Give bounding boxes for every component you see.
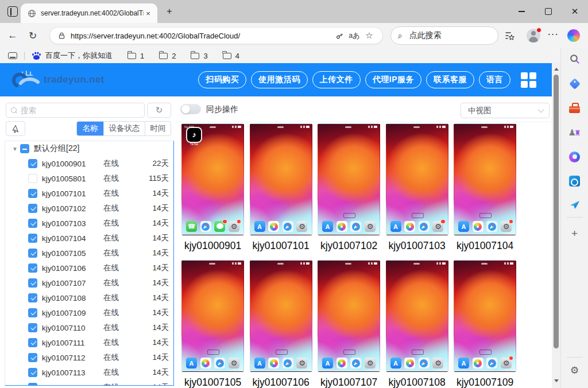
rail-drop-icon[interactable] [566,196,583,214]
device-row[interactable]: kjy01000901 在线 22天 [5,156,173,171]
phone-screen[interactable]: ♪ [386,260,448,372]
device-checkbox[interactable] [28,353,37,362]
browser-tab[interactable]: server.tradeyun.net:4002/GlobalTr × [21,3,157,23]
device-row[interactable]: kjy01007104 在线 14天 [5,231,173,246]
tab-device-status[interactable]: 设备状态 [103,122,145,135]
back-icon[interactable]: ← [6,30,20,41]
phone-tile[interactable]: ♪ kjy01007102 [318,123,380,251]
device-row[interactable]: kjy01007113 在线 14天 [5,365,173,380]
device-row[interactable]: kjy01007101 在线 14天 [5,186,173,201]
device-checkbox[interactable] [28,368,37,377]
phone-screen[interactable]: ♪ [318,260,380,372]
more-menu-icon[interactable]: ··· [547,30,560,38]
scan-to-buy-button[interactable]: 扫码购买 [198,71,246,88]
refresh-icon[interactable]: ↻ [26,30,40,42]
window-close-button[interactable]: ✕ [562,0,588,23]
new-tab-button[interactable]: + [164,6,175,17]
bookmark-baidu[interactable]: 百度一下，你就知道 [45,51,113,61]
window-maximize-button[interactable] [535,0,562,23]
device-checkbox[interactable] [28,234,37,243]
device-row[interactable]: kjy01007114 在线 14天 [5,380,173,386]
password-key-icon[interactable] [332,32,347,40]
translate-icon[interactable]: aあ [347,31,362,41]
device-search-field[interactable] [6,103,145,118]
device-checkbox[interactable] [28,263,37,273]
phone-tile[interactable]: ♪ kjy01007101 [250,123,312,251]
collapse-arrow-icon[interactable]: ▼ [12,146,20,152]
device-checkbox[interactable] [28,278,37,288]
device-checkbox[interactable] [28,159,37,168]
device-row[interactable]: kjy01007105 在线 14天 [5,246,173,261]
refresh-devices-button[interactable]: ↻ [147,103,171,118]
window-minimize-button[interactable] [508,0,535,23]
tab-close-icon[interactable]: × [144,9,153,18]
phone-tile[interactable]: ♪ kjy01007108 [386,260,448,388]
phone-screen[interactable]: ♪ [250,123,312,235]
phone-tile[interactable]: ♪ kjy01007107 [318,260,380,388]
rail-microsoft-365-icon[interactable] [566,148,583,165]
page-scrollbar[interactable] [552,63,560,388]
search-box[interactable]: ⌕ 点此搜索 [390,26,498,45]
device-checkbox[interactable] [28,219,37,228]
device-checkbox[interactable] [28,338,37,347]
phone-tile[interactable]: ♪ kjy01007106 [250,260,312,388]
phone-tile[interactable]: ♪ kjy01007103 [386,123,448,251]
device-row[interactable]: kjy01007110 在线 14天 [5,320,173,335]
phone-tile[interactable]: ♪ kjy01007104 [454,123,516,251]
rail-add-icon[interactable]: + [566,225,583,242]
rail-search-icon[interactable] [566,51,583,68]
device-row[interactable]: kjy01007106 在线 14天 [5,261,173,276]
device-checkbox[interactable] [28,249,37,258]
scroll-up-icon[interactable] [554,68,559,71]
apps-grid-icon[interactable] [521,72,536,88]
address-bar[interactable]: https://server.tradeyun.net:4002/GlobalT… [49,27,383,44]
phone-tile[interactable]: ♪ kjy01007105 [181,260,244,388]
device-checkbox[interactable] [28,323,37,332]
search-input[interactable] [21,106,140,115]
tab-time[interactable]: 时间 [145,122,171,135]
rail-settings-icon[interactable]: ⚙ [566,362,583,379]
device-checkbox[interactable] [28,204,37,213]
device-checkbox[interactable] [28,174,37,183]
favorites-collections-icon[interactable] [504,30,518,41]
device-row[interactable]: kjy01007111 在线 14天 [5,335,173,350]
device-checkbox[interactable] [28,383,37,386]
use-activation-code-button[interactable]: 使用激活码 [251,71,308,88]
rail-tools-icon[interactable] [566,99,583,117]
device-row[interactable]: kjy01007109 在线 14天 [5,305,173,320]
phone-screen[interactable]: No SIM ♪ TikTok [181,123,244,235]
phone-screen[interactable]: ♪ [181,260,244,372]
device-checkbox[interactable] [28,189,37,198]
device-row[interactable]: kjy01007108 在线 14天 [5,290,173,305]
group-checkbox[interactable] [20,144,29,153]
copilot-icon[interactable] [567,29,580,42]
device-row[interactable]: kjy01007103 在线 14天 [5,216,173,231]
phone-screen[interactable]: ♪ [454,260,516,372]
phone-screen[interactable]: ♪ [250,260,312,372]
device-checkbox[interactable] [28,308,37,317]
view-mode-select[interactable]: 中视图 [461,103,550,118]
contact-support-button[interactable]: 联系客服 [426,71,474,88]
bookmark-folder-3[interactable]: 3 [191,52,207,60]
device-row[interactable]: kjy01007112 在线 14天 [5,350,173,365]
phone-screen[interactable]: ♪ [318,123,380,235]
scrollbar-thumb[interactable] [554,75,559,348]
bookmark-folder-1[interactable]: 1 [127,52,144,60]
proxy-ip-service-button[interactable]: 代理IP服务 [365,71,421,88]
device-row[interactable]: kjy01007102 在线 14天 [5,201,173,216]
reading-list-icon[interactable] [8,52,17,59]
device-row[interactable]: kjy01005801 在线 115天 [5,171,173,186]
workspaces-icon[interactable] [7,6,18,17]
language-button[interactable]: 语言 [479,71,510,88]
rail-shopping-icon[interactable] [566,75,583,92]
upload-file-button[interactable]: 上传文件 [312,71,361,88]
scroll-to-top-button[interactable] [6,121,25,136]
phone-screen[interactable]: ♪ [454,123,516,235]
device-row[interactable]: kjy01007107 在线 14天 [5,276,173,290]
rail-games-icon[interactable]: ♟♜ [566,124,583,141]
bookmark-folder-4[interactable]: 4 [223,52,239,60]
bookmark-folder-2[interactable]: 2 [159,52,176,60]
phone-tile[interactable]: ♪ kjy01007109 [454,260,516,388]
sync-toggle[interactable] [180,104,201,114]
tab-name[interactable]: 名称 [77,122,103,135]
